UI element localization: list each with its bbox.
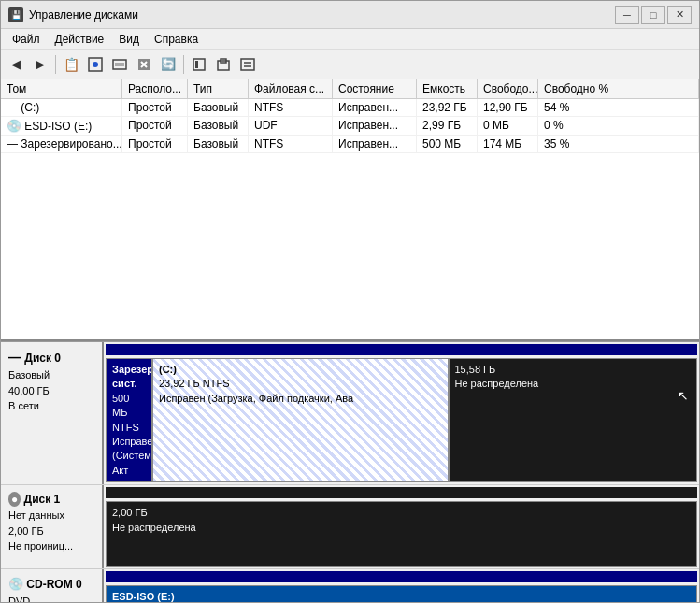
- disk0-size: 40,00 ГБ: [8, 383, 94, 399]
- refresh-button[interactable]: 🔄: [157, 53, 179, 76]
- table-row[interactable]: — Зарезервировано... Простой Базовый NTF…: [1, 136, 699, 153]
- disk1-partitions: 2,00 ГБ Не распределена: [104, 485, 699, 568]
- row1-free-pct: 0 %: [538, 117, 699, 135]
- disk1-title: ● Диск 1: [8, 491, 94, 508]
- toolbar-btn-2[interactable]: [84, 53, 107, 76]
- menu-file[interactable]: Файл: [5, 31, 48, 48]
- disk1-label: ● Диск 1 Нет данных 2,00 ГБ Не проиниц..…: [1, 485, 104, 568]
- disk1-bar: [106, 487, 697, 498]
- row2-type: Базовый: [188, 136, 249, 152]
- toolbar-btn-4[interactable]: [133, 53, 155, 76]
- row0-capacity: 23,92 ГБ: [417, 99, 478, 116]
- disk-area[interactable]: — Диск 0 Базовый 40,00 ГБ В сети Зарезер…: [1, 341, 699, 602]
- disk1-row: ● Диск 1 Нет данных 2,00 ГБ Не проиниц..…: [1, 485, 699, 569]
- col-tom[interactable]: Том: [1, 79, 122, 98]
- title-bar: 💾 Управление дисками ─ □ ✕: [1, 1, 699, 29]
- svg-rect-7: [193, 59, 205, 70]
- minimize-button[interactable]: ─: [615, 6, 639, 24]
- row2-capacity: 500 МБ: [417, 136, 478, 152]
- menu-action[interactable]: Действие: [48, 31, 112, 48]
- disk0-status: В сети: [8, 398, 94, 414]
- volumes-table[interactable]: Том Располо... Тип Файловая с... Состоян…: [1, 79, 699, 341]
- cdrom0-bar: [106, 571, 697, 582]
- cdrom0-label: 💿 CD-ROM 0 DVD 2,99 ГБ В сети: [1, 569, 104, 602]
- row0-status: Исправен...: [333, 99, 417, 116]
- row1-type: Базовый: [188, 117, 249, 135]
- disk1-status: Не проиниц...: [8, 538, 94, 554]
- toolbar-btn-6[interactable]: [212, 53, 235, 76]
- disk0-part1[interactable]: (C:) 23,92 ГБ NTFS Исправен (Загрузка, Ф…: [152, 358, 449, 482]
- row2-status: Исправен...: [333, 136, 417, 152]
- disk1-part0[interactable]: 2,00 ГБ Не распределена: [106, 501, 697, 567]
- disk0-bar: [106, 344, 697, 355]
- disk1-size: 2,00 ГБ: [8, 524, 94, 539]
- back-button[interactable]: ◀: [5, 53, 27, 76]
- row1-free: 0 МБ: [478, 117, 538, 135]
- table-header: Том Располо... Тип Файловая с... Состоян…: [1, 79, 699, 99]
- row0-type: Базовый: [188, 99, 249, 116]
- svg-rect-10: [241, 59, 254, 70]
- forward-button[interactable]: ▶: [29, 53, 51, 76]
- window-title: Управление дисками: [29, 8, 615, 22]
- menu-help[interactable]: Справка: [147, 31, 206, 48]
- disk0-label: — Диск 0 Базовый 40,00 ГБ В сети: [1, 342, 104, 484]
- disk0-part0[interactable]: Зарезервировано сист. 500 МБ NTFS Исправ…: [106, 358, 152, 482]
- row1-name: 💿 ESD-ISO (E:): [1, 117, 122, 135]
- row0-location: Простой: [122, 99, 188, 116]
- col-free-pct[interactable]: Свободно %: [538, 79, 699, 98]
- toolbar-btn-5[interactable]: [188, 53, 210, 76]
- disk1-cells: 2,00 ГБ Не распределена: [106, 501, 697, 567]
- col-status[interactable]: Состояние: [333, 79, 417, 98]
- row2-fs: NTFS: [249, 136, 333, 152]
- table-row[interactable]: 💿 ESD-ISO (E:) Простой Базовый UDF Испра…: [1, 117, 699, 136]
- svg-rect-3: [115, 63, 124, 66]
- cdrom0-cells: ESD-ISO (E:) 2,99 ГБ UDF Исправен (Основ…: [106, 585, 697, 602]
- disk0-cells: Зарезервировано сист. 500 МБ NTFS Исправ…: [106, 358, 697, 482]
- menu-view[interactable]: Вид: [111, 31, 147, 48]
- row2-free: 174 МБ: [478, 136, 538, 152]
- window-controls: ─ □ ✕: [615, 6, 692, 24]
- row0-free-pct: 54 %: [538, 99, 699, 116]
- row0-fs: NTFS: [249, 99, 333, 116]
- disk0-title: — Диск 0: [8, 348, 94, 367]
- maximize-button[interactable]: □: [641, 6, 665, 24]
- close-button[interactable]: ✕: [667, 6, 692, 24]
- cdrom0-title: 💿 CD-ROM 0: [8, 575, 94, 594]
- row2-location: Простой: [122, 136, 188, 152]
- row2-name: — Зарезервировано...: [1, 136, 122, 152]
- disk1-subtitle: Нет данных: [8, 508, 94, 524]
- col-free[interactable]: Свободо...: [478, 79, 538, 98]
- toolbar-btn-1[interactable]: 📋: [60, 53, 82, 76]
- toolbar-sep-1: [55, 55, 56, 74]
- svg-point-1: [93, 62, 98, 67]
- cdrom0-row: 💿 CD-ROM 0 DVD 2,99 ГБ В сети ESD-ISO (E…: [1, 569, 699, 602]
- col-location[interactable]: Располо...: [122, 79, 188, 98]
- col-fs[interactable]: Файловая с...: [249, 79, 333, 98]
- cdrom0-partitions: ESD-ISO (E:) 2,99 ГБ UDF Исправен (Основ…: [104, 569, 699, 602]
- col-capacity[interactable]: Емкость: [417, 79, 478, 98]
- toolbar-btn-7[interactable]: [236, 53, 259, 76]
- row0-free: 12,90 ГБ: [478, 99, 538, 116]
- disk0-partitions: Зарезервировано сист. 500 МБ NTFS Исправ…: [104, 342, 699, 484]
- toolbar: ◀ ▶ 📋 🔄: [1, 50, 699, 79]
- main-content: Том Располо... Тип Файловая с... Состоян…: [1, 79, 699, 602]
- row1-status: Исправен...: [333, 117, 417, 135]
- row2-free-pct: 35 %: [538, 136, 699, 152]
- toolbar-btn-3[interactable]: [108, 53, 131, 76]
- table-row[interactable]: — (C:) Простой Базовый NTFS Исправен... …: [1, 99, 699, 117]
- row1-location: Простой: [122, 117, 188, 135]
- cdrom0-subtitle: DVD: [8, 594, 94, 602]
- menu-bar: Файл Действие Вид Справка: [1, 29, 699, 50]
- col-type[interactable]: Тип: [188, 79, 249, 98]
- disk0-row: — Диск 0 Базовый 40,00 ГБ В сети Зарезер…: [1, 342, 699, 485]
- disk0-part2[interactable]: 15,58 ГБ Не распределена ↖: [449, 358, 698, 482]
- disk0-subtitle: Базовый: [8, 367, 94, 383]
- row0-name: — (C:): [1, 99, 122, 116]
- toolbar-sep-2: [183, 55, 184, 74]
- row1-capacity: 2,99 ГБ: [417, 117, 478, 135]
- cdrom0-part0[interactable]: ESD-ISO (E:) 2,99 ГБ UDF Исправен (Основ…: [106, 585, 697, 602]
- row1-fs: UDF: [249, 117, 333, 135]
- window-icon: 💾: [8, 7, 23, 22]
- main-window: 💾 Управление дисками ─ □ ✕ Файл Действие…: [0, 0, 700, 603]
